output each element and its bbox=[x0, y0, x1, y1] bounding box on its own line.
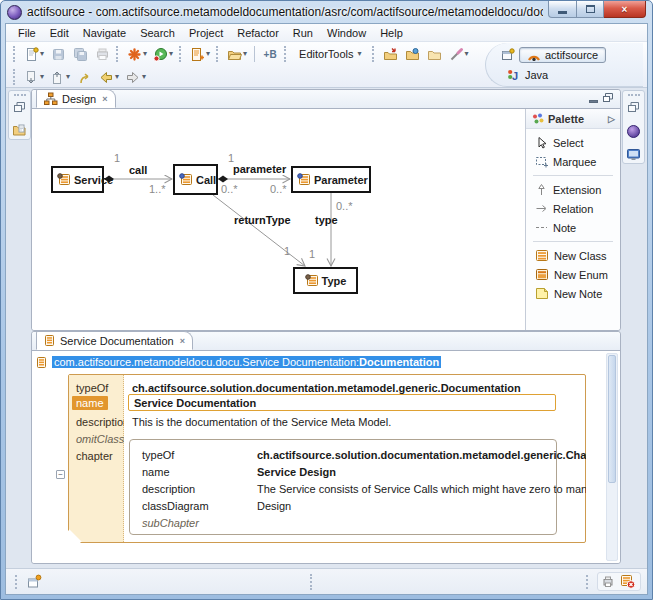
fast-view-icon[interactable] bbox=[26, 574, 42, 590]
vertical-scrollbar[interactable] bbox=[606, 353, 618, 561]
save-button[interactable] bbox=[47, 43, 69, 65]
toolbar-drag-handle[interactable] bbox=[216, 46, 219, 62]
toolbar-drag-handle[interactable] bbox=[13, 46, 16, 62]
field-value-typeof[interactable]: ch.actifsource.solution.documentation.me… bbox=[132, 382, 521, 394]
editor-tools-dropdown[interactable]: EditorTools ▾ bbox=[292, 43, 368, 65]
import-button[interactable] bbox=[380, 43, 402, 65]
field-value-description[interactable]: This is the documentation of the Service… bbox=[132, 416, 391, 428]
restore-views-button[interactable] bbox=[624, 99, 643, 117]
trim-drag-handle[interactable] bbox=[15, 575, 18, 589]
maximize-view-icon[interactable] bbox=[602, 92, 614, 104]
menu-window[interactable]: Window bbox=[321, 26, 372, 40]
back-button[interactable]: ▾ bbox=[95, 66, 122, 88]
perspective-actifsource-button[interactable]: actifsource bbox=[519, 47, 606, 63]
multiplicity-label[interactable]: 0..* bbox=[270, 183, 287, 195]
toolbar-drag-handle[interactable] bbox=[13, 69, 16, 85]
resource-header-text[interactable]: com.actifsource.metamodeldocu.docu.Servi… bbox=[52, 356, 441, 368]
palette-marquee-tool[interactable]: Marquee bbox=[526, 152, 620, 171]
forward-button[interactable]: ▾ bbox=[122, 66, 149, 88]
field-label-chapter[interactable]: chapter bbox=[76, 450, 113, 462]
chapter-label-typeof[interactable]: typeOf bbox=[142, 449, 174, 461]
run-generator-button[interactable]: ▾ bbox=[150, 43, 176, 65]
next-annotation-button[interactable]: ▾ bbox=[21, 66, 47, 88]
menu-refactor[interactable]: Refactor bbox=[231, 26, 285, 40]
relation-name-label[interactable]: parameter bbox=[233, 163, 286, 175]
new-resource-button[interactable]: ▾ bbox=[187, 43, 213, 65]
palette-note-tool[interactable]: Note bbox=[526, 218, 620, 237]
palette-header[interactable]: Palette ▷ bbox=[526, 109, 620, 129]
link-with-editor-button[interactable]: +B bbox=[259, 43, 281, 65]
chapter-object-box[interactable]: typeOf ch.actifsource.solution.documenta… bbox=[129, 439, 557, 535]
trim-drag-handle[interactable] bbox=[586, 575, 589, 589]
help-sphere-icon[interactable] bbox=[624, 122, 643, 140]
perspective-java-button[interactable]: J Java bbox=[500, 67, 555, 83]
minimize-view-icon[interactable] bbox=[589, 100, 598, 103]
palette-expand-icon[interactable]: ▷ bbox=[608, 114, 615, 124]
class-call[interactable]: Call bbox=[173, 164, 218, 195]
build-selected-button[interactable]: ▾ bbox=[124, 43, 150, 65]
class-service[interactable]: Service bbox=[51, 166, 104, 193]
palette-extension-tool[interactable]: Extension bbox=[526, 180, 620, 199]
field-label-omitclass[interactable]: omitClass bbox=[76, 433, 124, 445]
window-close-button[interactable]: × bbox=[604, 1, 646, 18]
multiplicity-label[interactable]: 1 bbox=[309, 248, 315, 260]
field-value-name-input[interactable]: Service Documentation bbox=[128, 394, 556, 411]
window-maximize-button[interactable] bbox=[577, 1, 604, 18]
collapse-chapter-toggle[interactable]: − bbox=[56, 470, 65, 479]
chapter-label-name[interactable]: name bbox=[142, 466, 170, 478]
multiplicity-label[interactable]: 1..* bbox=[149, 183, 166, 195]
multiplicity-label[interactable]: 1 bbox=[114, 152, 120, 164]
last-edit-location-button[interactable] bbox=[73, 66, 95, 88]
chapter-label-description[interactable]: description bbox=[142, 483, 195, 495]
chapter-value-name[interactable]: Service Design bbox=[257, 466, 336, 478]
class-type[interactable]: Type bbox=[293, 267, 358, 294]
open-project-button[interactable] bbox=[402, 43, 424, 65]
menu-edit[interactable]: Edit bbox=[44, 26, 75, 40]
builder-error-icon[interactable] bbox=[620, 574, 636, 589]
menu-help[interactable]: Help bbox=[374, 26, 409, 40]
toolbar-drag-handle[interactable] bbox=[179, 46, 182, 62]
trim-drag-handle[interactable] bbox=[310, 574, 313, 590]
title-bar[interactable]: actifsource - com.actifsource.metamodeld… bbox=[1, 1, 652, 23]
chapter-value-typeof[interactable]: ch.actifsource.solution.documentation.me… bbox=[257, 449, 607, 461]
scrollbar-thumb[interactable] bbox=[608, 355, 616, 483]
save-all-button[interactable] bbox=[69, 43, 91, 65]
relation-name-label[interactable]: type bbox=[315, 214, 338, 226]
palette-relation-tool[interactable]: Relation bbox=[526, 199, 620, 218]
palette-new-note-tool[interactable]: New Note bbox=[526, 284, 620, 303]
previous-annotation-button[interactable]: ▾ bbox=[47, 66, 73, 88]
progress-monitor-icon[interactable] bbox=[602, 575, 616, 588]
open-perspective-icon[interactable] bbox=[500, 48, 515, 63]
resource-header[interactable]: com.actifsource.metamodeldocu.docu.Servi… bbox=[35, 354, 441, 370]
new-button[interactable]: ▾ bbox=[21, 43, 47, 65]
export-button[interactable] bbox=[424, 43, 446, 65]
multiplicity-label[interactable]: 0..* bbox=[336, 200, 353, 212]
multiplicity-label[interactable]: 1 bbox=[284, 245, 290, 257]
menu-file[interactable]: File bbox=[12, 26, 42, 40]
relation-name-label[interactable]: call bbox=[129, 164, 147, 176]
cheat-sheet-icon[interactable] bbox=[624, 145, 643, 163]
chapter-label-subchapter[interactable]: subChapter bbox=[142, 517, 199, 529]
diagram-canvas[interactable]: Service Call Parameter Type bbox=[32, 109, 525, 330]
chapter-label-classdiagram[interactable]: classDiagram bbox=[142, 500, 209, 512]
format-brush-button[interactable]: ▾ bbox=[446, 43, 472, 65]
menu-navigate[interactable]: Navigate bbox=[77, 26, 132, 40]
class-parameter[interactable]: Parameter bbox=[291, 166, 371, 193]
relation-name-label[interactable]: returnType bbox=[234, 214, 291, 226]
chapter-value-description[interactable]: The Service consists of Service Calls wh… bbox=[257, 483, 651, 495]
menu-run[interactable]: Run bbox=[287, 26, 319, 40]
chapter-value-classdiagram[interactable]: Design bbox=[257, 500, 291, 512]
multiplicity-label[interactable]: 0..* bbox=[221, 183, 238, 195]
restore-views-button[interactable] bbox=[10, 99, 29, 117]
tab-close-icon[interactable]: × bbox=[100, 94, 107, 104]
tab-service-documentation[interactable]: Service Documentation × bbox=[36, 331, 193, 350]
toolbar-drag-handle[interactable] bbox=[116, 46, 119, 62]
project-explorer-icon[interactable] bbox=[10, 122, 29, 140]
print-button[interactable] bbox=[91, 43, 113, 65]
toolbar-drag-handle[interactable] bbox=[284, 46, 287, 62]
field-label-typeof[interactable]: typeOf bbox=[76, 382, 108, 394]
window-minimize-button[interactable] bbox=[548, 1, 577, 18]
menu-project[interactable]: Project bbox=[183, 26, 229, 40]
toolbar-drag-handle[interactable] bbox=[372, 46, 375, 62]
tab-close-icon[interactable]: × bbox=[178, 336, 185, 346]
